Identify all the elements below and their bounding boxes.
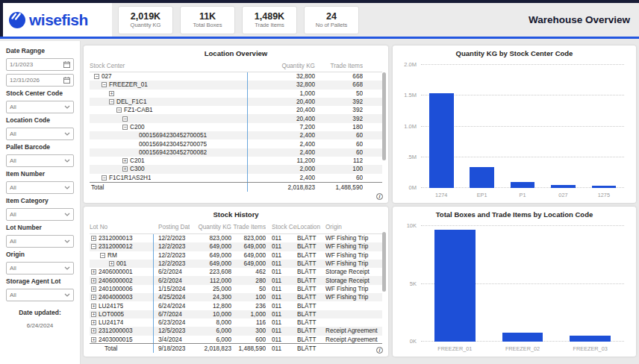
column-header-posting-date[interactable]: Posting Date	[154, 224, 190, 230]
filter-dropdown[interactable]: All	[6, 101, 74, 113]
filter-dropdown[interactable]: All	[6, 235, 74, 248]
bar-1274[interactable]	[429, 93, 454, 188]
expand-collapse-icon[interactable]: −	[102, 82, 107, 87]
bar-027[interactable]	[551, 185, 576, 188]
expand-collapse-icon[interactable]: +	[122, 166, 128, 172]
table-row[interactable]: − RM 12/2/2023 649,000 649,000 011 BLÅTT…	[90, 251, 382, 260]
filter-dropdown[interactable]: All	[6, 262, 74, 274]
table-row[interactable]: − 027 32,800 668	[90, 72, 382, 81]
table-row[interactable]: + 2406000002 6/2/2024 112,000 280 011 BL…	[90, 276, 382, 284]
expand-collapse-icon[interactable]: +	[109, 261, 114, 266]
table-row[interactable]: − 2312000012 12/2/2023 649,000 649,000 0…	[90, 242, 382, 251]
table-row[interactable]: + LU24175 6/24/2024 12,800 236 011 BLÅTT	[90, 301, 382, 310]
table-row[interactable]: − F1C1R1AS2H1 2,400 60	[90, 174, 382, 182]
expand-collapse-icon[interactable]: +	[91, 304, 96, 309]
table-row[interactable]: − 20,400 392	[90, 114, 382, 122]
expand-collapse-icon[interactable]: +	[122, 158, 128, 163]
chevron-down-icon	[64, 239, 70, 243]
column-header-origin[interactable]: Origin	[324, 224, 382, 230]
filter-dropdown[interactable]: All	[6, 128, 74, 140]
expand-collapse-icon[interactable]: +	[91, 269, 96, 274]
column-header-stock-center[interactable]: Stock Center	[90, 63, 248, 69]
date-to-input[interactable]: 12/31/2026	[6, 74, 74, 87]
bar-1275[interactable]	[592, 186, 617, 188]
vertical-scrollbar[interactable]	[382, 232, 386, 292]
kpi-card[interactable]: 1,489K Trade Items	[242, 6, 297, 34]
expand-collapse-icon[interactable]: +	[109, 91, 114, 96]
quantity-kg-cell: 25,000	[190, 286, 231, 292]
filter-dropdown[interactable]: All	[6, 181, 74, 194]
table-row[interactable]: + 2404000003 4/25/2024 24,300 100 011 BL…	[90, 293, 382, 301]
kpi-card[interactable]: 24 No of Pallets	[304, 6, 359, 34]
bar-EP1[interactable]	[470, 167, 494, 188]
table-row[interactable]: + LU24174 6/23/2024 8,000 116 011 BLÅTT	[90, 318, 382, 327]
table-row[interactable]: + C300 2,000 100	[90, 165, 382, 173]
expand-collapse-icon[interactable]: +	[91, 236, 96, 241]
chevron-down-icon	[64, 105, 70, 109]
chevron-down-icon	[64, 159, 70, 163]
kpi-value: 11K	[199, 11, 216, 22]
table-row[interactable]: 00015694230452700051 2,400 60	[90, 131, 382, 139]
table-row[interactable]: + 2312000003 12/5/2023 6,000 300 011 BLÅ…	[90, 327, 382, 335]
table-row[interactable]: + 2401000006 1/15/2024 25,000 50 011 BLÅ…	[90, 285, 382, 293]
expand-collapse-icon[interactable]: −	[109, 99, 114, 104]
expand-collapse-icon[interactable]: +	[91, 328, 96, 333]
date-from-input[interactable]: 1/1/2023	[6, 58, 74, 71]
bar-FREEZER_03[interactable]	[570, 336, 610, 342]
table-row[interactable]: − FREEZER_01 32,800 668	[90, 81, 382, 89]
column-header-trade-items[interactable]: Trade Items	[315, 63, 363, 69]
table-row[interactable]: 00015694230452700082 2,400 60	[90, 148, 382, 157]
quantity-kg-cell: 20,400	[248, 107, 315, 113]
filter-group: Lot Number All	[6, 224, 74, 248]
table-row[interactable]: + 2403000015 3/4/2024 6,000 600 011 BLÅT…	[90, 336, 382, 343]
bar-P1[interactable]	[511, 182, 535, 188]
filter-dropdown[interactable]: All	[6, 208, 74, 221]
kpi-card[interactable]: 11K Total Boxes	[180, 6, 235, 34]
table-row[interactable]: 00015694230452700075 2,400 60	[90, 139, 382, 148]
location-cell: BLÅTT	[297, 252, 324, 259]
x-axis-label: EP1	[477, 192, 487, 198]
expand-collapse-icon[interactable]: −	[91, 244, 96, 249]
info-icon[interactable]: i	[376, 347, 383, 354]
table-row[interactable]: + 001 12/2/2023 649,000 649,000 011 BLÅT…	[90, 260, 382, 268]
expand-collapse-icon[interactable]: +	[91, 337, 96, 342]
expand-collapse-icon[interactable]: −	[116, 107, 122, 113]
stock-center-cell: 011	[266, 260, 297, 267]
column-header-location[interactable]: Location	[297, 224, 324, 230]
vertical-scrollbar[interactable]	[382, 72, 386, 160]
expand-collapse-icon[interactable]: +	[91, 278, 96, 283]
expand-collapse-icon[interactable]: +	[91, 312, 96, 317]
table-row[interactable]: − C200 7,200 180	[90, 123, 382, 131]
date-updated-value: 6/24/2024	[6, 322, 74, 329]
expand-collapse-icon[interactable]: +	[91, 320, 96, 325]
expand-collapse-icon[interactable]: −	[102, 175, 107, 181]
table-row[interactable]: + C201 11,200 112	[90, 157, 382, 165]
calendar-icon[interactable]	[63, 61, 70, 68]
info-icon[interactable]: i	[376, 193, 383, 200]
table-row[interactable]: + 2312000013 12/2/2023 823,000 823,000 0…	[90, 234, 382, 242]
expand-collapse-icon[interactable]: +	[91, 286, 96, 292]
kpi-card[interactable]: 2,019K Quantity KG	[118, 6, 173, 34]
column-header-stock-center[interactable]: Stock Center	[266, 224, 297, 230]
filter-dropdown[interactable]: All	[6, 289, 74, 301]
table-row[interactable]: + 2406000001 6/2/2024 223,608 462 011 BL…	[90, 268, 382, 276]
table-row[interactable]: + LOT0005 6/7/2024 10,000 1,000 011 BLÅT…	[90, 310, 382, 318]
expand-collapse-icon[interactable]: +	[91, 295, 96, 300]
expand-collapse-icon[interactable]: −	[122, 116, 128, 122]
expand-collapse-icon[interactable]: −	[94, 74, 99, 79]
column-header-trade-items[interactable]: Trade Items	[231, 224, 266, 230]
column-header-quantity-kg[interactable]: Quantity KG ▼	[190, 224, 231, 230]
trade-items-cell: 116	[231, 319, 266, 326]
expand-collapse-icon[interactable]: −	[122, 125, 128, 130]
table-row[interactable]: − FZ1-CAB1 20,400 392	[90, 106, 382, 114]
column-header-lot-no[interactable]: Lot No	[90, 224, 154, 230]
column-header-quantity-kg[interactable]: Quantity KG	[248, 63, 315, 69]
table-row[interactable]: + 1,000 50	[90, 90, 382, 98]
bar-FREEZER_02[interactable]	[502, 333, 543, 342]
bar-FREEZER_01[interactable]	[434, 230, 475, 342]
x-axis-label: P1	[520, 192, 526, 198]
expand-collapse-icon[interactable]: −	[100, 253, 105, 258]
calendar-icon[interactable]	[63, 77, 70, 84]
filter-dropdown[interactable]: All	[6, 154, 74, 167]
table-row[interactable]: − DEL_F1C1 20,400 392	[90, 98, 382, 106]
